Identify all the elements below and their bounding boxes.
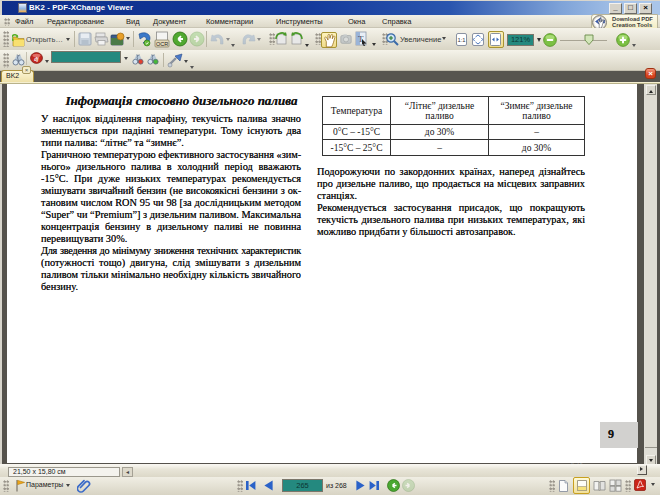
svg-text:OCR: OCR bbox=[156, 41, 168, 47]
svg-text:1:1: 1:1 bbox=[457, 37, 465, 43]
svg-text:dj: dj bbox=[34, 56, 39, 62]
